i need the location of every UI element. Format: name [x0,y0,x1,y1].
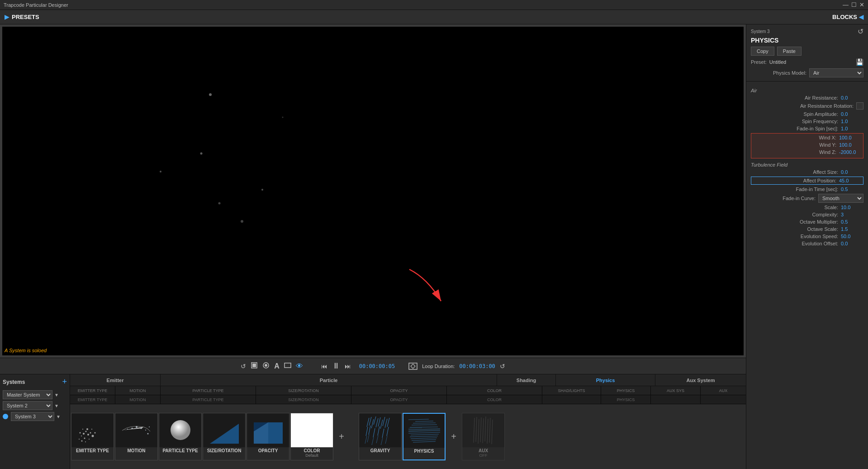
svg-line-64 [413,423,436,423]
svg-line-71 [424,430,440,430]
physics-thumb [403,414,445,448]
affect-size-label: Affect Size: [751,169,838,175]
fade-in-spin-value[interactable]: 1.0 [841,126,863,131]
copy-btn[interactable]: Copy [751,47,774,56]
octave-scale-label: Octave Scale: [751,226,838,232]
system-item-3: System 3 ▼ [3,412,67,421]
fade-in-curve-select[interactable]: Smooth Linear [818,194,863,203]
systems-header: Systems + [3,377,67,387]
octave-scale-value[interactable]: 1.5 [841,226,863,232]
record-btn[interactable] [251,362,258,370]
wind-x-label: Wind X: [753,135,836,140]
undo-transport-btn[interactable]: ↺ [241,363,246,370]
svg-point-10 [81,436,82,436]
spin-amplitude-label: Spin Amplitude: [751,111,838,117]
fade-in-curve-label: Fade-in Curve: [751,196,816,201]
block-card-size-rotation[interactable]: SIZE/ROTATION [203,413,246,460]
bottom-area: Systems + Master System ▼ System 2 ▼ [0,374,746,469]
physics-model-select[interactable]: Air Bounce [809,68,863,77]
maximize-btn[interactable]: ☐ [851,1,857,8]
add-block-btn-2[interactable]: + [448,431,459,442]
add-system-btn[interactable]: + [62,377,67,387]
loop-reset-btn[interactable]: ↺ [500,363,505,370]
svg-line-46 [369,426,370,435]
svg-line-56 [385,436,387,444]
aux-svg [465,416,502,445]
svg-marker-31 [210,424,239,444]
scale-value[interactable]: 10.0 [841,205,863,210]
block-card-aux[interactable]: AUX OFF [462,413,505,460]
emitter-type-label: EMITTER TYPE [76,447,109,453]
block-card-gravity[interactable]: GRAVITY [359,413,402,460]
svg-point-17 [91,429,92,430]
rp-content: Air Air Resistance: 0.0 Air Resistance R… [746,81,868,469]
play-pause-btn[interactable]: ⏸ [332,361,340,371]
loop-mode-btn[interactable] [262,362,270,370]
close-btn[interactable]: ✕ [859,1,864,8]
svg-point-18 [79,439,80,440]
complexity-value[interactable]: 3 [841,212,863,217]
minimize-btn[interactable]: — [843,1,849,8]
svg-point-14 [91,435,94,437]
affect-position-value[interactable]: 45.0 [839,178,862,183]
affect-size-value[interactable]: 0.0 [841,169,863,175]
paste-btn[interactable]: Paste [777,47,802,56]
block-card-particle-type[interactable]: PARTICLE TYPE [159,413,202,460]
system3-dropdown[interactable]: ▼ [56,414,61,419]
block-card-physics[interactable]: PHYSICS [403,413,446,460]
wind-z-value[interactable]: -2000.0 [839,149,862,155]
spin-amplitude-value[interactable]: 0.0 [841,111,863,117]
wind-x-value[interactable]: 100.0 [839,135,862,140]
loop-duration-value: 00:00:03:00 [459,363,495,369]
blocks-title: BLOCKS [832,14,857,20]
block-card-color[interactable]: COLOR Default [290,413,333,460]
prev-frame-btn[interactable]: ⏮ [321,363,327,370]
air-resistance-value[interactable]: 0.0 [841,95,863,100]
screen-btn[interactable] [284,362,291,370]
master-system-dropdown[interactable]: ▼ [54,392,59,397]
air-resistance-rotation-swatch[interactable] [856,102,863,110]
next-frame-btn[interactable]: ⏭ [345,363,351,370]
svg-line-52 [367,435,369,442]
svg-line-76 [480,417,481,442]
right-panel: System 3 ↺ PHYSICS Copy Paste Preset: Un… [746,24,868,469]
block-card-opacity[interactable]: OPACITY [247,413,289,460]
presets-section[interactable]: ▶ PRESETS [5,14,39,20]
tl-sys-opacity2: OPACITY [351,395,447,404]
system3-select[interactable]: System 3 [11,412,54,421]
preset-save-icon[interactable]: 💾 [856,58,863,66]
spin-frequency-value[interactable]: 1.0 [841,119,863,124]
octave-multiplier-value[interactable]: 0.5 [841,219,863,225]
topbar: ▶ PRESETS BLOCKS ◀ [0,10,868,24]
size-rotation-label: SIZE/ROTATION [207,447,242,453]
tl-section-physics: Physics [556,374,655,386]
air-resistance-label: Air Resistance: [751,95,838,100]
svg-rect-1 [252,364,256,367]
svg-point-13 [82,429,83,430]
block-card-motion[interactable]: MOTION [115,413,158,460]
eye-btn[interactable]: 👁 [296,362,303,370]
block-card-emitter-type[interactable]: EMITTER TYPE [71,413,114,460]
svg-line-68 [408,419,429,420]
svg-line-60 [410,427,438,427]
blocks-section[interactable]: BLOCKS ◀ [832,14,863,20]
fade-in-time-value[interactable]: 0.5 [841,187,863,192]
tl-section-particle: Particle [161,374,497,386]
air-resistance-row: Air Resistance: 0.0 [751,95,863,100]
evolution-speed-value[interactable]: 50.0 [841,234,863,239]
text-btn[interactable]: A [274,362,280,370]
system2-dropdown[interactable]: ▼ [54,403,59,408]
wind-z-label: Wind Z: [753,149,836,155]
svg-point-20 [85,441,86,442]
add-block-btn-1[interactable]: + [336,431,347,442]
svg-line-75 [478,419,479,444]
svg-line-48 [378,426,379,436]
system2-select[interactable]: System 2 [3,401,52,410]
wind-y-value[interactable]: 100.0 [839,142,862,148]
svg-line-59 [408,432,440,433]
wind-z-row: Wind Z: -2000.0 [753,149,862,155]
master-system-select[interactable]: Master System [3,390,52,399]
rp-refresh-btn[interactable]: ↺ [858,27,863,36]
evolution-offset-value[interactable]: 0.0 [841,241,863,246]
loop-duration-label: Loop Duration: [422,364,455,369]
